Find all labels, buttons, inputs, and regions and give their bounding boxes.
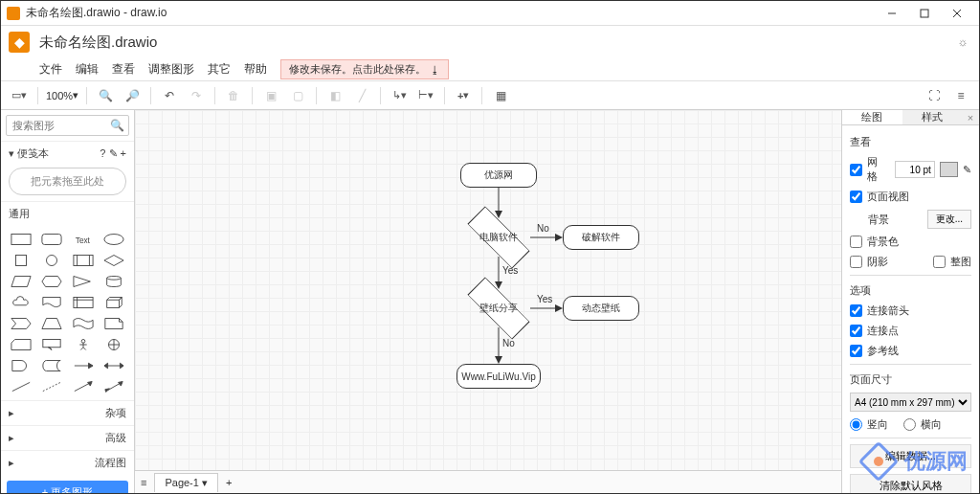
node-decision-1[interactable]: 电脑软件 bbox=[467, 217, 530, 258]
shape-and[interactable] bbox=[7, 356, 35, 375]
minimize-button[interactable] bbox=[876, 1, 908, 26]
menu-file[interactable]: 文件 bbox=[39, 61, 62, 78]
shape-triangle[interactable] bbox=[69, 272, 98, 291]
theme-toggle-icon[interactable]: ☼ bbox=[954, 34, 971, 51]
node-decision-2[interactable]: 壁纸分享 bbox=[467, 288, 530, 328]
change-bg-button[interactable]: 更改... bbox=[927, 210, 971, 229]
fullscreen-icon[interactable]: ⛶ bbox=[924, 85, 945, 106]
menu-extras[interactable]: 其它 bbox=[208, 61, 231, 78]
scratchpad-drop[interactable]: 把元素拖至此处 bbox=[9, 168, 126, 195]
node-start[interactable]: 优源网 bbox=[460, 163, 537, 188]
landscape-radio[interactable] bbox=[903, 418, 916, 431]
format-panel-icon[interactable]: ≡ bbox=[950, 85, 971, 106]
to-front-icon[interactable]: ▣ bbox=[260, 85, 281, 106]
shape-linearrow[interactable] bbox=[69, 377, 98, 396]
flowchart-header[interactable]: ▸ 流程图 bbox=[1, 450, 134, 475]
close-panel-icon[interactable]: × bbox=[962, 110, 979, 124]
shape-document[interactable] bbox=[37, 293, 66, 312]
node-end[interactable]: Www.FuLiWu.Vip bbox=[457, 364, 541, 389]
advanced-header[interactable]: ▸ 高级 bbox=[1, 425, 134, 450]
waypoint-dropdown[interactable]: ⊢▾ bbox=[415, 85, 436, 106]
shape-step[interactable] bbox=[7, 314, 35, 333]
shadow-checkbox[interactable] bbox=[850, 256, 862, 268]
zoom-out-icon[interactable]: 🔎 bbox=[122, 85, 143, 106]
shape-line[interactable] bbox=[7, 377, 35, 396]
unsaved-notice[interactable]: 修改未保存。点击此处保存。⭳ bbox=[280, 59, 449, 79]
connection-dropdown[interactable]: ↳▾ bbox=[389, 85, 410, 106]
shape-hexagon[interactable] bbox=[37, 272, 66, 291]
shape-rounded[interactable] bbox=[37, 230, 66, 249]
conn-points-checkbox[interactable] bbox=[850, 325, 862, 337]
node-result-2[interactable]: 动态壁纸 bbox=[563, 296, 639, 321]
paper-size-select[interactable]: A4 (210 mm x 297 mm) bbox=[850, 393, 971, 412]
menu-arrange[interactable]: 调整图形 bbox=[148, 61, 194, 78]
shape-linebiarrow[interactable] bbox=[100, 377, 128, 396]
add-icon[interactable]: + bbox=[121, 147, 126, 159]
shape-arrow[interactable] bbox=[69, 356, 98, 375]
table-icon[interactable]: ▦ bbox=[490, 85, 511, 106]
maximize-button[interactable] bbox=[908, 1, 941, 26]
grid-color-swatch[interactable] bbox=[940, 162, 958, 177]
menu-edit[interactable]: 编辑 bbox=[76, 61, 99, 78]
page-tab-1[interactable]: Page-1 ▾ bbox=[154, 473, 218, 492]
shape-datastore[interactable] bbox=[37, 356, 66, 375]
pageview-checkbox[interactable] bbox=[850, 191, 862, 203]
shape-square[interactable] bbox=[7, 251, 35, 270]
shape-callout[interactable] bbox=[37, 335, 66, 354]
shape-cylinder[interactable] bbox=[100, 272, 128, 291]
shape-actor[interactable] bbox=[69, 335, 98, 354]
menu-view[interactable]: 查看 bbox=[112, 61, 135, 78]
shape-diamond[interactable] bbox=[100, 251, 128, 270]
add-page-button[interactable]: + bbox=[226, 477, 232, 488]
redo-icon[interactable]: ↷ bbox=[186, 85, 207, 106]
fill-color-icon[interactable]: ◧ bbox=[324, 85, 345, 106]
tab-diagram[interactable]: 绘图 bbox=[842, 110, 902, 124]
undo-icon[interactable]: ↶ bbox=[159, 85, 180, 106]
shape-ellipse[interactable] bbox=[100, 230, 128, 249]
delete-icon[interactable]: 🗑 bbox=[223, 85, 244, 106]
shape-note[interactable] bbox=[100, 314, 128, 333]
canvas[interactable]: 优源网 电脑软件 No 破解软件 Yes 壁纸分享 Yes 动态壁纸 No Ww… bbox=[135, 110, 841, 470]
edit-data-button[interactable]: 编辑数据... bbox=[850, 444, 971, 468]
shape-parallelogram[interactable] bbox=[7, 272, 35, 291]
filename[interactable]: 未命名绘图.drawio bbox=[39, 34, 157, 52]
portrait-radio[interactable] bbox=[850, 418, 862, 431]
insert-dropdown[interactable]: +▾ bbox=[453, 85, 474, 106]
general-header[interactable]: 通用 bbox=[1, 201, 134, 226]
clear-style-button[interactable]: 清除默认风格 bbox=[850, 474, 971, 493]
shape-circle[interactable] bbox=[37, 251, 66, 270]
view-menu-button[interactable]: ▭▾ bbox=[9, 85, 30, 106]
shape-or[interactable] bbox=[100, 335, 128, 354]
edit-icon[interactable]: ✎ bbox=[109, 147, 118, 159]
shape-rect[interactable] bbox=[7, 230, 35, 249]
scratchpad-header[interactable]: ▾ 便笺本 ? ✎ + bbox=[1, 141, 134, 166]
shape-trapezoid[interactable] bbox=[37, 314, 66, 333]
shape-cloud[interactable] bbox=[7, 293, 35, 312]
bgcolor-checkbox[interactable] bbox=[850, 236, 862, 248]
conn-arrows-checkbox[interactable] bbox=[850, 304, 862, 317]
shape-dashed[interactable] bbox=[37, 377, 66, 396]
shape-card[interactable] bbox=[7, 335, 35, 354]
shape-tape[interactable] bbox=[69, 314, 98, 333]
more-shapes-button[interactable]: + 更多图形 bbox=[7, 481, 128, 493]
fullscreen-checkbox[interactable] bbox=[933, 256, 946, 268]
grid-size-input[interactable] bbox=[895, 161, 935, 178]
menu-help[interactable]: 帮助 bbox=[244, 61, 267, 78]
misc-header[interactable]: ▸ 杂项 bbox=[1, 400, 134, 425]
shape-internal[interactable] bbox=[69, 293, 98, 312]
help-icon[interactable]: ? bbox=[100, 147, 105, 159]
shape-cube[interactable] bbox=[100, 293, 128, 312]
grid-checkbox[interactable] bbox=[850, 164, 862, 176]
tab-style[interactable]: 样式 bbox=[902, 110, 963, 124]
shape-process[interactable] bbox=[69, 251, 98, 270]
line-color-icon[interactable]: ╱ bbox=[351, 85, 372, 106]
close-button[interactable] bbox=[941, 1, 973, 26]
zoom-in-icon[interactable]: 🔍 bbox=[95, 85, 116, 106]
grid-pencil-icon[interactable]: ✎ bbox=[963, 164, 971, 176]
guides-checkbox[interactable] bbox=[850, 345, 862, 357]
zoom-dropdown[interactable]: 100% ▾ bbox=[46, 89, 78, 101]
to-back-icon[interactable]: ▢ bbox=[287, 85, 308, 106]
search-icon[interactable]: 🔍 bbox=[110, 119, 124, 132]
node-result-1[interactable]: 破解软件 bbox=[563, 225, 639, 250]
pages-menu-icon[interactable]: ≡ bbox=[141, 477, 146, 488]
